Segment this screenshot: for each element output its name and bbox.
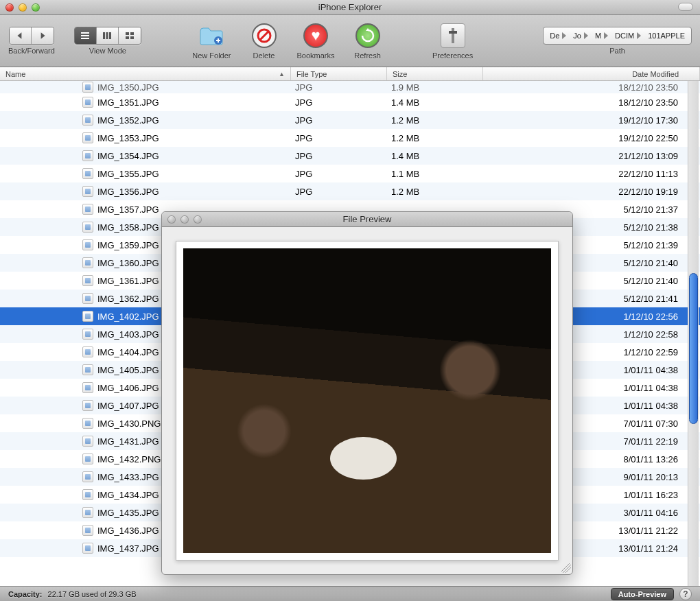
back-forward-segment [9, 27, 54, 45]
path-bar[interactable]: De Jo M DCIM 101APPLE [543, 27, 692, 45]
column-type-header[interactable]: File Type [291, 67, 387, 80]
file-name: IMG_1351.JPG [97, 97, 159, 108]
table-row[interactable]: IMG_1350.JPGJPG1.9 MB18/12/10 23:50 [0, 81, 700, 93]
file-icon [82, 239, 93, 250]
table-row[interactable]: IMG_1351.JPGJPG1.4 MB18/12/10 23:50 [0, 93, 700, 111]
file-icon [82, 543, 93, 554]
file-name: IMG_1350.JPG [97, 82, 159, 93]
file-name: IMG_1437.JPG [97, 543, 159, 554]
toolbar: Back/Forward View Mode New Folder Delete… [0, 15, 700, 67]
file-size: 1.1 MB [387, 169, 483, 179]
file-icon [82, 311, 93, 322]
file-size: 1.2 MB [387, 115, 483, 126]
path-segment[interactable]: Jo [570, 32, 592, 40]
column-name-header[interactable]: Name▲ [0, 67, 291, 80]
table-row[interactable]: IMG_1352.JPGJPG1.2 MB19/12/10 17:30 [0, 111, 700, 129]
preview-title: File Preview [162, 214, 572, 224]
file-icon [82, 364, 93, 375]
path-segment[interactable]: 101APPLE [644, 32, 688, 40]
file-name: IMG_1353.JPG [97, 133, 159, 143]
column-size-header[interactable]: Size [387, 67, 483, 80]
file-type: JPG [291, 169, 387, 179]
file-size: 1.2 MB [387, 187, 483, 197]
file-size: 1.4 MB [387, 97, 483, 108]
bookmarks-label: Bookmarks [297, 51, 335, 60]
preview-zoom-button[interactable] [194, 215, 202, 224]
table-row[interactable]: IMG_1353.JPGJPG1.2 MB19/12/10 22:50 [0, 129, 700, 147]
svg-rect-8 [126, 36, 129, 39]
column-date-header[interactable]: Date Modified [483, 67, 700, 80]
file-name: IMG_1431.JPG [97, 436, 159, 447]
preview-window[interactable]: File Preview [161, 211, 573, 575]
refresh-label: Refresh [354, 51, 381, 60]
preferences-label: Preferences [432, 51, 473, 60]
file-icon [82, 222, 93, 233]
table-row[interactable]: IMG_1354.JPGJPG1.4 MB21/12/10 13:09 [0, 147, 700, 165]
close-button[interactable] [5, 3, 14, 12]
file-size: 1.2 MB [387, 133, 483, 143]
file-type: JPG [291, 115, 387, 126]
file-date: 18/12/10 23:50 [483, 82, 700, 93]
zoom-button[interactable] [32, 3, 40, 12]
help-button[interactable]: ? [679, 588, 692, 600]
path-segment[interactable]: M [592, 32, 611, 40]
minimize-button[interactable] [19, 3, 27, 12]
file-name: IMG_1358.JPG [97, 222, 159, 233]
file-name: IMG_1435.JPG [97, 508, 159, 518]
file-icon [82, 293, 93, 304]
capacity-value: 22.17 GB used of 29.3 GB [48, 590, 137, 598]
delete-button[interactable] [250, 22, 278, 49]
path-label: Path [609, 47, 625, 55]
table-row[interactable]: IMG_1356.JPGJPG1.2 MB22/12/10 19:19 [0, 182, 700, 200]
file-icon [82, 471, 93, 482]
file-icon [82, 257, 93, 268]
bookmarks-button[interactable]: ♥ [302, 22, 329, 49]
path-segment[interactable]: De [546, 32, 570, 40]
file-name: IMG_1355.JPG [97, 169, 159, 179]
auto-preview-button[interactable]: Auto-Preview [611, 588, 674, 600]
file-icon [82, 382, 93, 393]
vertical-scrollbar[interactable] [688, 81, 699, 586]
back-button[interactable] [10, 27, 32, 44]
file-name: IMG_1432.PNG [97, 454, 161, 464]
file-name: IMG_1362.JPG [97, 294, 159, 304]
preview-close-button[interactable] [167, 215, 176, 224]
svg-rect-7 [130, 32, 134, 35]
new-folder-button[interactable] [198, 22, 225, 49]
file-icon [82, 418, 93, 429]
file-icon [82, 168, 93, 179]
view-columns-button[interactable] [97, 27, 119, 44]
file-icon [82, 275, 93, 286]
file-icon [82, 115, 93, 126]
preview-frame [176, 241, 559, 561]
file-icon [82, 525, 93, 536]
svg-rect-4 [106, 32, 108, 39]
view-icons-button[interactable] [119, 27, 141, 44]
file-type: JPG [291, 82, 387, 93]
svg-rect-1 [81, 35, 89, 36]
sort-ascending-icon: ▲ [279, 71, 285, 78]
file-date: 19/12/10 22:50 [483, 133, 700, 143]
toolbar-pill-button[interactable] [678, 3, 693, 11]
file-date: 22/12/10 11:13 [483, 169, 700, 179]
file-name: IMG_1406.JPG [97, 383, 159, 393]
forward-button[interactable] [32, 27, 54, 44]
path-segment[interactable]: DCIM [611, 32, 644, 40]
resize-handle-icon[interactable] [561, 563, 571, 573]
file-icon [82, 329, 93, 340]
view-list-button[interactable] [75, 27, 97, 44]
preferences-button[interactable] [439, 22, 467, 49]
file-date: 19/12/10 17:30 [483, 115, 700, 126]
file-name: IMG_1407.JPG [97, 401, 159, 411]
file-type: JPG [291, 133, 387, 143]
file-icon [82, 400, 93, 411]
file-name: IMG_1430.PNG [97, 419, 161, 429]
refresh-button[interactable] [354, 22, 382, 49]
file-name: IMG_1405.JPG [97, 365, 159, 375]
scrollbar-thumb[interactable] [689, 273, 698, 424]
file-date: 18/12/10 23:50 [483, 97, 700, 108]
preview-minimize-button[interactable] [180, 215, 189, 224]
file-name: IMG_1404.JPG [97, 347, 159, 357]
table-row[interactable]: IMG_1355.JPGJPG1.1 MB22/12/10 11:13 [0, 165, 700, 182]
file-name: IMG_1433.JPG [97, 472, 159, 482]
